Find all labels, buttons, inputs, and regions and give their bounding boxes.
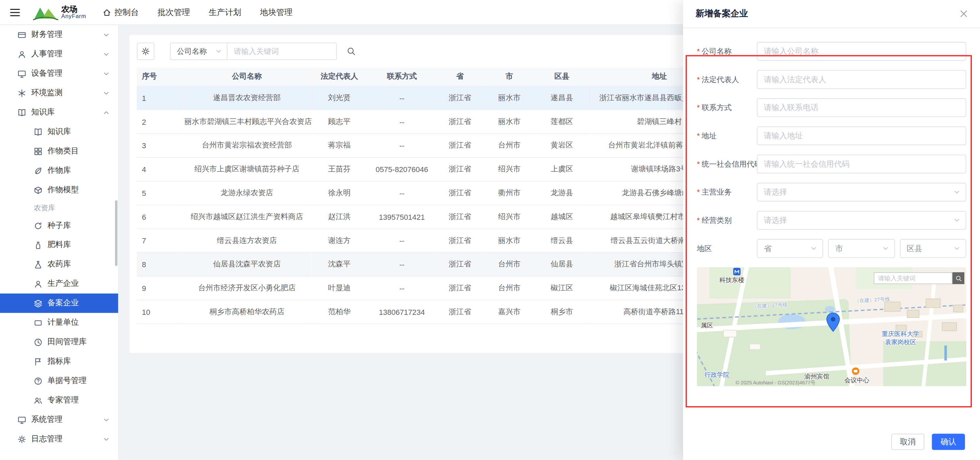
map-search-input[interactable] (874, 272, 953, 284)
cell-district: 遂昌县 (536, 86, 588, 110)
province-select[interactable]: 省 (757, 239, 823, 258)
sidebar-item-doc-number[interactable]: 单据号管理 (0, 371, 118, 390)
sidebar-item-knowledge-base[interactable]: 知识库 (0, 122, 118, 141)
form-field-main-business: *主营业务 请选择 (697, 183, 966, 201)
sidebar-scrollbar[interactable] (115, 200, 118, 266)
cell-legal-representative: 叶显迪 (312, 276, 367, 300)
table-row[interactable]: 3 台州市黄岩宗福农资经营部 蒋宗福 -- 浙江省 台州市 黄岩区 台州市黄岩北… (137, 134, 730, 157)
cancel-button[interactable]: 取消 (891, 434, 924, 450)
top-nav: 控制台 批次管理 生产计划 地块管理 (102, 6, 292, 18)
cell-city: 绍兴市 (483, 157, 536, 181)
city-select[interactable]: 市 (828, 239, 894, 258)
cell-legal-representative: 顾志平 (312, 110, 367, 134)
field-select[interactable]: 请选择 (757, 211, 966, 230)
cell-province: 浙江省 (437, 157, 483, 181)
sidebar-item-env-monitor[interactable]: 环境监测 (0, 83, 118, 102)
sidebar-item-registered-company[interactable]: 备案企业 (0, 293, 118, 313)
table-header-row: 序号公司名称法定代表人联系方式省市区县地址 (137, 67, 730, 86)
cell-contact: -- (367, 181, 437, 205)
table-row[interactable]: 8 仙居县沈森平农资店 沈森平 -- 浙江省 台州市 仙居县 浙江省台州市埠头镇… (137, 252, 730, 276)
map-canvas[interactable]: （在建）27号线 （在建）27号线 科技东楼 属区 重庆医科大学袁家岗校区 行政… (697, 267, 966, 386)
cell-legal-representative: 徐永明 (312, 181, 367, 205)
cell-province: 浙江省 (437, 276, 483, 300)
brand-logo[interactable]: 农场 AnyFarm (31, 3, 86, 21)
hamburger-menu-icon[interactable] (10, 7, 20, 17)
table-row[interactable]: 2 丽水市碧湖镇三丰村顾志平兴合农资店 顾志平 -- 浙江省 丽水市 莲都区 碧… (137, 110, 730, 134)
cell-contact: -- (367, 252, 437, 276)
close-icon[interactable] (960, 10, 967, 18)
table-row[interactable]: 6 绍兴市越城区赵江洪生产资料商店 赵江洪 13957501421 浙江省 绍兴… (137, 205, 730, 229)
cell-province: 浙江省 (437, 228, 483, 252)
field-label: *地址 (697, 131, 757, 141)
indicator-icon (34, 357, 43, 366)
chevron-down-icon (954, 189, 960, 195)
device-icon (18, 69, 26, 78)
sidebar-item-producer[interactable]: 生产企业 (0, 274, 118, 293)
chevron-icon (103, 32, 109, 38)
cell-province: 浙江省 (437, 300, 483, 324)
table-row[interactable]: 5 龙游永绿农资店 徐永明 -- 浙江省 衢州市 龙游县 龙游县石佛乡峰塘山村 (137, 181, 730, 205)
field-label: 地区 (697, 243, 757, 254)
drawer-footer: 取消 确认 (891, 434, 965, 450)
sidebar-item-hr[interactable]: 人事管理 (0, 44, 118, 64)
nav-production-plan[interactable]: 生产计划 (208, 6, 241, 18)
sidebar-item-fertilizer-lib[interactable]: 肥料库 (0, 235, 118, 255)
cell-province: 浙江省 (437, 86, 483, 110)
table-row[interactable]: 9 台州市经济开发区小勇化肥店 叶显迪 -- 浙江省 台州市 椒江区 椒江区海城… (137, 276, 730, 300)
crop-category-icon (34, 147, 43, 156)
sidebar-item-finance[interactable]: 财务管理 (0, 25, 118, 44)
cell-index: 8 (137, 252, 182, 276)
cell-district: 黄岩区 (536, 134, 588, 157)
field-input[interactable] (757, 70, 966, 89)
form-field-legal-representative: *法定代表人 请输入法定代表人 (697, 70, 966, 89)
nav-console[interactable]: 控制台 (102, 6, 139, 18)
table-row[interactable]: 7 缙云县连方农资店 谢连方 -- 浙江省 丽水市 缙云县 缙云县五云街道大桥南… (137, 228, 730, 252)
field-input[interactable] (757, 126, 966, 145)
cell-province: 浙江省 (437, 252, 483, 276)
field-input[interactable] (757, 42, 966, 61)
sidebar-item-agri-input-section[interactable]: 农资库 (0, 200, 118, 216)
crop-icon (34, 166, 43, 175)
table-settings-button[interactable] (137, 43, 154, 60)
cell-city: 绍兴市 (483, 205, 536, 229)
sidebar-item-system[interactable]: 系统管理 (0, 410, 118, 429)
nav-plot-management[interactable]: 地块管理 (260, 6, 293, 18)
sidebar-item-log[interactable]: 日志管理 (0, 429, 118, 449)
cell-city: 丽水市 (483, 228, 536, 252)
sidebar-item-crop-lib[interactable]: 作物库 (0, 161, 118, 180)
sidebar-item-field-management[interactable]: 田间管理库 (0, 332, 118, 351)
map-search-button[interactable] (953, 272, 964, 284)
sidebar-item-pesticide-lib[interactable]: 农药库 (0, 255, 118, 274)
field-input[interactable] (757, 155, 966, 173)
cell-contact: 13806717234 (367, 300, 437, 324)
table-row[interactable]: 4 绍兴市上虞区谢塘镇苗芬种子店 王苗芬 0575-82076046 浙江省 绍… (137, 157, 730, 181)
nav-batch-management[interactable]: 批次管理 (158, 6, 190, 18)
cell-company-name: 绍兴市越城区赵江洪生产资料商店 (182, 205, 312, 229)
sidebar-item-crop-category[interactable]: 作物类目 (0, 141, 118, 161)
table-row[interactable]: 1 遂昌晋农农资经营部 刘光贤 -- 浙江省 丽水市 遂昌县 浙江省丽水市遂昌县… (137, 86, 730, 110)
district-select[interactable]: 区县 (900, 239, 966, 258)
filter-field-select[interactable]: 公司名称 (170, 43, 228, 60)
column-header: 法定代表人 (312, 67, 367, 86)
sidebar-item-device[interactable]: 设备管理 (0, 64, 118, 83)
field-input[interactable] (757, 98, 966, 117)
keyword-search-input[interactable] (228, 43, 337, 60)
cell-company-name: 龙游永绿农资店 (182, 181, 312, 205)
sidebar-item-expert[interactable]: 专家管理 (0, 390, 118, 410)
cell-index: 7 (137, 228, 182, 252)
confirm-button[interactable]: 确认 (932, 434, 965, 450)
chevron-icon (103, 51, 109, 57)
sidebar-item-measure-unit[interactable]: 计量单位 (0, 313, 118, 332)
sidebar-item-knowledge[interactable]: 知识库 (0, 102, 118, 122)
table-row[interactable]: 10 桐乡市高桥柏华农药店 范柏华 13806717234 浙江省 嘉兴市 桐乡… (137, 300, 730, 324)
cell-district: 仙居县 (536, 252, 588, 276)
search-icon (955, 275, 961, 281)
poi-college: 行政学院 (705, 371, 729, 379)
sidebar-item-seed-lib[interactable]: 种子库 (0, 216, 118, 235)
field-select[interactable]: 请选择 (757, 183, 966, 201)
sidebar-item-crop-model[interactable]: 作物模型 (0, 180, 118, 200)
cell-index: 2 (137, 110, 182, 134)
sidebar-item-indicator-lib[interactable]: 指标库 (0, 351, 118, 371)
cell-index: 6 (137, 205, 182, 229)
search-button[interactable] (347, 47, 356, 56)
